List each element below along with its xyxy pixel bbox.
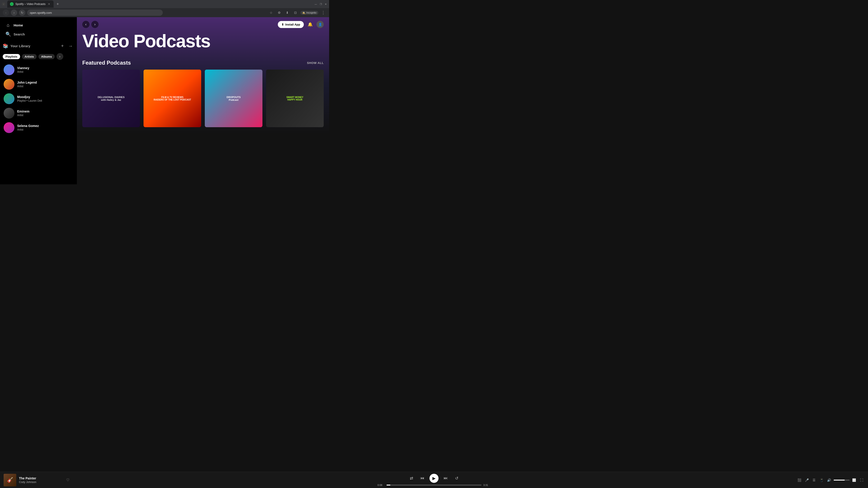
- restore-btn[interactable]: ❐: [319, 2, 322, 6]
- item-name: Moodjoy: [17, 95, 73, 99]
- hero-section: Video Podcasts: [77, 32, 329, 60]
- nav-forward-btn[interactable]: ›: [91, 21, 98, 28]
- extension-btn[interactable]: ⊡: [292, 9, 299, 16]
- main-content: ‹ › ⬇ Install App 🔔 👤 Video Podcasts: [77, 17, 329, 184]
- pill-playlists[interactable]: Playlists: [3, 54, 20, 59]
- user-avatar[interactable]: 👤: [316, 21, 324, 28]
- install-label: Install App: [285, 23, 300, 26]
- browser-menu-btn1[interactable]: ⚙: [276, 9, 282, 16]
- item-name: John Legend: [17, 80, 73, 84]
- tab-favicon: ♫: [10, 2, 13, 6]
- main-topbar: ‹ › ⬇ Install App 🔔 👤: [77, 17, 329, 32]
- bookmark-btn[interactable]: ☆: [268, 9, 274, 16]
- avatar: [4, 79, 14, 90]
- address-bar[interactable]: open.spotify.com: [27, 9, 163, 16]
- library-label: Your Library: [10, 44, 30, 48]
- browser-forward-btn[interactable]: ›: [11, 9, 17, 16]
- item-info: Vianney Artist: [17, 66, 73, 73]
- library-item[interactable]: Eminem Artist: [2, 106, 75, 121]
- search-icon: 🔍: [5, 31, 11, 37]
- avatar: [4, 93, 14, 104]
- home-label: Home: [13, 23, 23, 27]
- close-btn[interactable]: ✕: [324, 2, 327, 6]
- nav-home[interactable]: ⌂ Home: [3, 21, 74, 30]
- library-item[interactable]: Selena Gomez Artist: [2, 121, 75, 135]
- notification-btn[interactable]: 🔔: [307, 21, 314, 28]
- item-sub: Artist: [17, 113, 73, 117]
- tab-nav-buttons: ‹: [2, 2, 5, 6]
- tab-back-btn[interactable]: ‹: [2, 2, 5, 6]
- tab-bar: ‹ ♫ Spotify – Video Podcasts ✕ + — ❐ ✕: [0, 0, 329, 8]
- podcast-card[interactable]: FILM & TV REVIEWS RAIDERS OF THE LOST PO…: [144, 70, 201, 127]
- item-info: John Legend Artist: [17, 80, 73, 88]
- podcast-card[interactable]: DROPOUTS Podcast: [205, 70, 262, 127]
- nav-search[interactable]: 🔍 Search: [3, 30, 74, 39]
- item-sub: Artist: [17, 128, 73, 131]
- sidebar: ⌂ Home 🔍 Search 📚 Your Library + → Playl…: [0, 17, 77, 184]
- tab-close-btn[interactable]: ✕: [47, 2, 51, 6]
- featured-section-header: Featured Podcasts Show all: [77, 60, 329, 70]
- library-expand-btn[interactable]: →: [67, 42, 74, 50]
- sidebar-nav: ⌂ Home 🔍 Search: [0, 17, 77, 40]
- browser-refresh-btn[interactable]: ↻: [19, 9, 25, 16]
- item-info: Moodjoy Playlist • Lauren Deli: [17, 95, 73, 102]
- cover-text: DROPOUTS Podcast: [226, 96, 241, 101]
- item-sub: Artist: [17, 85, 73, 88]
- avatar-icon: 👤: [318, 23, 322, 26]
- nav-back-btn[interactable]: ‹: [82, 21, 90, 28]
- topbar-right: ⬇ Install App 🔔 👤: [278, 21, 324, 28]
- podcast-cover: SMART MONEY HAPPY HOUR: [266, 70, 324, 127]
- browser-toolbar: ‹ › ↻ open.spotify.com ☆ ⚙ ⬇ ⊡ 🕵 Incogni…: [0, 8, 329, 17]
- podcast-card[interactable]: SMART MONEY HAPPY HOUR: [266, 70, 324, 127]
- library-add-btn[interactable]: +: [59, 42, 66, 50]
- item-info: Selena Gomez Artist: [17, 124, 73, 131]
- show-all-btn[interactable]: Show all: [307, 61, 324, 65]
- library-item[interactable]: Vianney Artist: [2, 63, 75, 77]
- cover-text: SMART MONEY HAPPY HOUR: [286, 96, 303, 101]
- section-title: Featured Podcasts: [82, 60, 307, 66]
- pill-albums[interactable]: Albums: [38, 54, 55, 59]
- pill-artists[interactable]: Artists: [22, 54, 37, 59]
- incognito-badge: 🕵 Incognito: [301, 11, 318, 15]
- tab-title: Spotify – Video Podcasts: [16, 2, 45, 6]
- url-display: open.spotify.com: [30, 11, 160, 14]
- incognito-label: Incognito: [306, 11, 316, 14]
- podcast-card[interactable]: DELUSIONAL DIARIES with Hailey & Jaz: [82, 70, 140, 127]
- avatar: [4, 108, 14, 119]
- podcast-grid: DELUSIONAL DIARIES with Hailey & Jaz FIL…: [77, 70, 329, 133]
- podcast-cover: DROPOUTS Podcast: [205, 70, 262, 127]
- new-tab-btn[interactable]: +: [55, 1, 61, 7]
- minimize-btn[interactable]: —: [314, 2, 317, 6]
- install-app-btn[interactable]: ⬇ Install App: [278, 21, 304, 28]
- library-icon: 📚: [3, 43, 8, 48]
- search-label: Search: [13, 32, 25, 36]
- avatar: [4, 64, 14, 75]
- window-controls: — ❐ ✕: [314, 2, 327, 6]
- active-tab[interactable]: ♫ Spotify – Video Podcasts ✕: [7, 0, 54, 8]
- browser-back-btn[interactable]: ‹: [3, 9, 9, 16]
- cover-text: DELUSIONAL DIARIES with Hailey & Jaz: [98, 96, 125, 101]
- avatar: [4, 122, 14, 133]
- browser-chrome: ‹ ♫ Spotify – Video Podcasts ✕ + — ❐ ✕ ‹…: [0, 0, 329, 17]
- pill-more-btn[interactable]: ›: [57, 53, 63, 60]
- item-name: Vianney: [17, 66, 73, 70]
- library-item[interactable]: Moodjoy Playlist • Lauren Deli: [2, 92, 75, 106]
- cover-text: FILM & TV REVIEWS RAIDERS OF THE LOST PO…: [154, 96, 191, 101]
- library-actions: + →: [59, 42, 74, 50]
- podcast-cover: FILM & TV REVIEWS RAIDERS OF THE LOST PO…: [144, 70, 201, 127]
- hero-title: Video Podcasts: [82, 32, 324, 51]
- item-name: Selena Gomez: [17, 124, 73, 128]
- home-icon: ⌂: [5, 23, 11, 28]
- library-header: 📚 Your Library + →: [0, 40, 77, 51]
- toolbar-actions: ☆ ⚙ ⬇ ⊡ 🕵 Incognito ⋮: [268, 9, 327, 16]
- library-icon-label[interactable]: 📚 Your Library: [3, 43, 59, 48]
- item-sub: Playlist • Lauren Deli: [17, 99, 73, 102]
- library-list: Vianney Artist John Legend Artist Moodjo…: [0, 62, 77, 184]
- install-icon: ⬇: [281, 23, 284, 26]
- download-btn[interactable]: ⬇: [284, 9, 290, 16]
- browser-menu-btn[interactable]: ⋮: [320, 9, 327, 16]
- library-item[interactable]: John Legend Artist: [2, 77, 75, 92]
- item-info: Eminem Artist: [17, 109, 73, 117]
- bell-icon: 🔔: [308, 22, 313, 27]
- podcast-cover: DELUSIONAL DIARIES with Hailey & Jaz: [82, 70, 140, 127]
